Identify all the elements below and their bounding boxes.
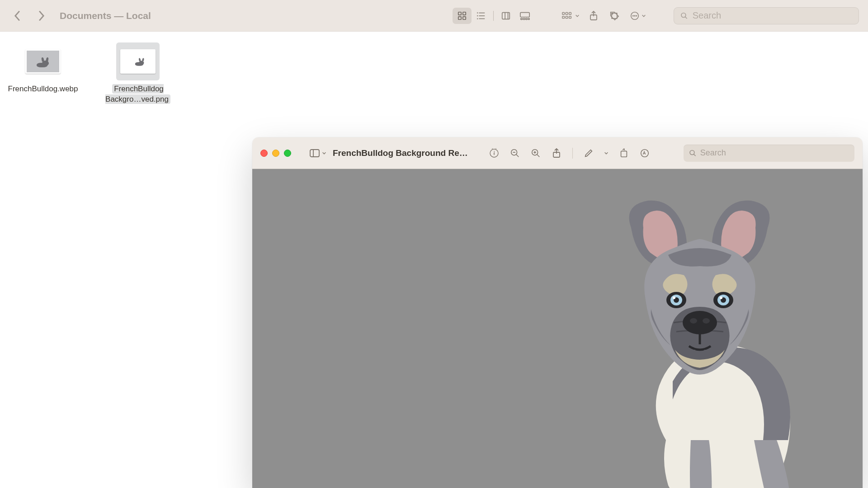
chevron-down-icon — [575, 14, 580, 18]
search-input[interactable] — [700, 148, 849, 158]
icon-view-button[interactable] — [453, 8, 472, 24]
finder-toolbar: Documents — Local — [0, 0, 868, 32]
markup-toggle-button[interactable] — [637, 145, 652, 161]
markup-circle-icon — [640, 148, 650, 158]
svg-rect-16 — [526, 18, 528, 19]
gallery-icon — [519, 11, 530, 21]
rotate-button[interactable] — [616, 145, 632, 161]
chevron-left-icon — [14, 10, 22, 22]
svg-rect-21 — [566, 16, 568, 18]
svg-line-39 — [516, 154, 519, 157]
svg-line-49 — [693, 154, 695, 156]
chevron-down-icon — [642, 14, 646, 18]
svg-rect-3 — [463, 16, 466, 19]
column-view-button[interactable] — [496, 8, 515, 24]
svg-point-36 — [494, 151, 495, 152]
photo-thumbnail — [120, 49, 156, 74]
search-icon — [680, 12, 688, 20]
zoom-in-button[interactable] — [528, 145, 543, 161]
svg-point-28 — [634, 15, 635, 16]
svg-point-29 — [636, 15, 637, 16]
svg-rect-17 — [528, 18, 529, 19]
markup-menu-button[interactable] — [602, 145, 611, 161]
svg-point-54 — [703, 318, 710, 324]
file-label: FrenchBulldog Backgro…ved.png — [104, 84, 172, 105]
svg-point-48 — [690, 150, 694, 155]
preview-window: FrenchBulldog Background Rem… i — [252, 137, 863, 488]
sidebar-toggle-button[interactable] — [309, 149, 326, 158]
back-button[interactable] — [9, 8, 26, 23]
rotate-icon — [619, 148, 629, 158]
svg-rect-2 — [458, 16, 461, 19]
share-button[interactable] — [585, 8, 602, 23]
more-icon — [630, 11, 640, 21]
svg-rect-1 — [463, 12, 466, 14]
svg-rect-19 — [562, 16, 565, 18]
view-switcher — [452, 7, 535, 25]
divider — [493, 11, 494, 21]
file-thumbnail — [21, 42, 65, 80]
svg-point-27 — [633, 15, 633, 16]
file-label: FrenchBulldog.webp — [6, 84, 80, 94]
svg-rect-10 — [502, 12, 510, 19]
svg-point-9 — [477, 18, 478, 19]
sidebar-icon — [309, 149, 320, 158]
svg-point-7 — [477, 13, 478, 13]
preview-title: FrenchBulldog Background Rem… — [333, 148, 473, 158]
svg-rect-22 — [569, 12, 571, 14]
preview-canvas[interactable] — [252, 169, 863, 488]
file-thumbnail — [116, 42, 160, 80]
tag-icon — [609, 11, 619, 21]
columns-icon — [501, 11, 511, 21]
info-icon: i — [489, 148, 500, 159]
share-icon — [589, 10, 598, 21]
svg-rect-32 — [310, 150, 319, 157]
gallery-view-button[interactable] — [515, 8, 534, 24]
svg-line-42 — [537, 154, 540, 157]
list-view-button[interactable] — [472, 8, 491, 24]
svg-point-52 — [683, 311, 717, 334]
finder-search[interactable] — [674, 7, 859, 24]
share-button[interactable] — [549, 145, 564, 161]
close-button[interactable] — [260, 150, 268, 157]
group-button[interactable] — [560, 8, 581, 23]
svg-rect-23 — [569, 16, 571, 18]
files-area[interactable]: FrenchBulldog.webp FrenchBulldog Backgro… — [0, 32, 868, 116]
svg-rect-20 — [566, 12, 568, 14]
svg-point-8 — [477, 15, 478, 16]
minimize-button[interactable] — [272, 150, 279, 157]
search-input[interactable] — [693, 10, 852, 21]
file-item[interactable]: FrenchBulldog Backgro…ved.png — [104, 42, 172, 105]
share-icon — [552, 148, 561, 159]
svg-point-25 — [612, 13, 613, 14]
preview-toolbar: FrenchBulldog Background Rem… i — [252, 137, 863, 169]
forward-button[interactable] — [33, 8, 50, 23]
list-icon — [476, 11, 486, 21]
svg-line-31 — [685, 17, 687, 19]
svg-rect-18 — [562, 12, 565, 14]
chevron-right-icon — [37, 10, 45, 22]
svg-point-30 — [681, 13, 686, 17]
info-button[interactable]: i — [486, 145, 502, 161]
chevron-down-icon — [322, 151, 326, 155]
svg-rect-14 — [521, 18, 523, 19]
svg-point-62 — [720, 296, 722, 299]
grid-icon — [457, 11, 467, 21]
more-button[interactable] — [627, 8, 649, 23]
window-controls — [260, 150, 291, 157]
zoom-out-icon — [510, 148, 520, 158]
preview-search[interactable] — [684, 145, 854, 162]
dog-image — [555, 187, 844, 488]
zoom-in-icon — [531, 148, 541, 158]
zoom-out-button[interactable] — [507, 145, 523, 161]
photo-thumbnail — [25, 49, 61, 74]
svg-rect-0 — [458, 12, 461, 14]
file-item[interactable]: FrenchBulldog.webp — [9, 42, 77, 94]
maximize-button[interactable] — [284, 150, 291, 157]
pencil-icon — [584, 148, 594, 158]
divider — [572, 148, 573, 159]
tags-button[interactable] — [606, 8, 623, 23]
markup-button[interactable] — [581, 145, 596, 161]
group-icon — [561, 11, 573, 21]
chevron-down-icon — [604, 151, 609, 155]
